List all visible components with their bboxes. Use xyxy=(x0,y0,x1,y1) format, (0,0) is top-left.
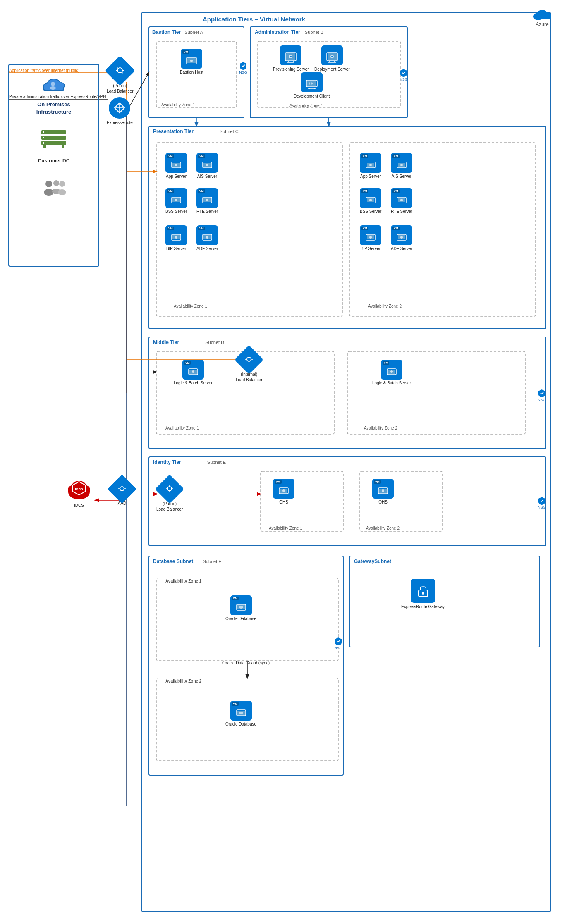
diagram-container: Azure Application Tiers – Virtual Networ… xyxy=(0,0,567,924)
svg-point-131 xyxy=(247,357,251,361)
svg-point-112 xyxy=(206,236,208,239)
idcs-icon: IDCS IDCS xyxy=(66,478,92,508)
svg-rect-49 xyxy=(41,130,66,134)
svg-point-166 xyxy=(239,606,243,609)
admin-az1-label: Availability Zone 1 xyxy=(289,103,323,108)
svg-rect-50 xyxy=(43,131,44,133)
pres-az2-ais-server: VM AIS Server xyxy=(391,153,412,179)
gateway-subnet-title: GatewaySubnet xyxy=(351,557,395,566)
customer-dc-label: Customer DC xyxy=(38,158,70,164)
svg-point-127 xyxy=(369,236,372,239)
azure-label: Azure xyxy=(532,5,553,27)
svg-point-47 xyxy=(51,82,55,86)
svg-rect-5 xyxy=(149,457,546,546)
pres-az2-app-server: VM App Server xyxy=(360,153,381,179)
identity-az2-ohs: VM OHS xyxy=(372,479,394,504)
identity-tier-title: Identity Tier Subnet E xyxy=(150,458,229,467)
expressroute-icon: ExpressRoute xyxy=(107,97,133,125)
svg-point-115 xyxy=(369,164,372,166)
svg-point-48 xyxy=(50,86,56,90)
bastion-host-vm: VM Bastion Host xyxy=(180,49,203,74)
svg-point-100 xyxy=(206,164,208,166)
svg-point-163 xyxy=(382,489,384,492)
svg-rect-4 xyxy=(149,337,546,449)
pres-az1-bss-server: VM BSS Server xyxy=(165,188,187,214)
svg-point-97 xyxy=(175,164,177,166)
data-guard-label: Oracle Data Guard (sync) xyxy=(221,661,271,665)
nsg-identity: NSG xyxy=(538,496,546,509)
svg-point-59 xyxy=(53,180,59,186)
oracle-db-az2: VM Oracle Database xyxy=(225,701,256,726)
svg-point-160 xyxy=(282,489,285,492)
svg-point-58 xyxy=(44,189,54,196)
svg-rect-56 xyxy=(62,145,64,148)
svg-point-86 xyxy=(331,56,333,57)
admin-tier-title: Administration Tier Subnet B xyxy=(251,27,327,38)
on-premises-cloud-icon xyxy=(41,73,66,93)
internal-lb-icon: (Internal)Load Balancer xyxy=(236,349,263,382)
middle-az2-label: Availability Zone 2 xyxy=(364,426,397,430)
svg-point-169 xyxy=(239,712,243,714)
pres-az1-bip-server: VM BIP Server xyxy=(165,225,187,251)
nsg-bastion: NSG xyxy=(239,61,247,74)
provisioning-server-vm: Provisioning Server xyxy=(273,45,309,72)
pres-az1-app-server: VM App Server xyxy=(165,153,187,179)
svg-line-69 xyxy=(122,72,123,73)
svg-text:IDCS: IDCS xyxy=(75,487,83,491)
pres-az2-label: Availability Zone 2 xyxy=(368,304,402,308)
azure-text: Azure xyxy=(536,21,548,27)
oracle-db-az1: VM Oracle Database xyxy=(225,595,256,621)
svg-point-109 xyxy=(175,236,177,239)
bastion-tier-title: Bastion Tier Subnet A xyxy=(149,27,206,38)
svg-point-62 xyxy=(58,189,66,195)
svg-rect-53 xyxy=(41,141,66,145)
svg-rect-6 xyxy=(149,556,343,775)
identity-az2-label: Availability Zone 2 xyxy=(366,526,400,530)
svg-point-106 xyxy=(206,199,208,201)
pres-az2-adf-server: VM ADF Server xyxy=(391,225,412,251)
database-tier-title: Database Subnet Subnet F xyxy=(150,557,225,566)
development-client-vm: Development Client xyxy=(294,72,330,99)
svg-point-75 xyxy=(190,60,193,62)
pres-az2-rte-server: VM RTE Server xyxy=(391,188,412,214)
pres-az1-rte-server: VM RTE Server xyxy=(196,188,218,214)
db-az2-label: Availability Zone 2 xyxy=(165,679,201,683)
svg-point-130 xyxy=(400,236,403,239)
svg-rect-51 xyxy=(41,136,66,140)
pres-az1-adf-server: VM ADF Server xyxy=(196,225,218,251)
identity-az1-ohs: VM OHS xyxy=(273,479,294,504)
private-traffic-label: Private administration traffic over Expr… xyxy=(9,94,106,99)
pres-az2-bip-server: VM BIP Server xyxy=(360,225,381,251)
svg-point-57 xyxy=(45,181,52,187)
svg-rect-52 xyxy=(43,137,44,138)
pres-az1-label: Availability Zone 1 xyxy=(174,304,207,308)
svg-point-124 xyxy=(400,199,403,201)
pres-az2-bss-server: VM BSS Server xyxy=(360,188,381,214)
svg-point-103 xyxy=(175,199,177,201)
identity-az1-label: Availability Zone 1 xyxy=(269,526,302,530)
app-tiers-title: Application Tiers – Virtual Network xyxy=(203,16,305,23)
expressroute-gateway-icon: ExpressRoute Gateway xyxy=(401,579,445,609)
expressroute-label: ExpressRoute xyxy=(107,120,133,125)
aad-icon: AAD xyxy=(112,479,132,506)
public-lb-icon: (Public)Load Balancer xyxy=(107,60,134,94)
svg-rect-38 xyxy=(534,16,551,19)
middle-az1-server: VM Logic & Batch Server xyxy=(174,360,213,385)
svg-point-141 xyxy=(390,370,393,373)
nsg-admin: NSG xyxy=(400,68,408,81)
middle-az2-server: VM Logic & Batch Server xyxy=(372,360,411,385)
identity-lb-icon: (Public)Load Balancer xyxy=(156,479,183,512)
svg-point-121 xyxy=(369,199,372,201)
presentation-tier-title: Presentation Tier Subnet C xyxy=(150,127,242,136)
svg-point-153 xyxy=(167,487,172,491)
svg-point-138 xyxy=(192,370,194,373)
nsg-database: NSG xyxy=(334,637,342,650)
svg-point-61 xyxy=(59,181,65,187)
people-icon xyxy=(41,178,67,198)
svg-point-79 xyxy=(290,56,292,57)
svg-rect-54 xyxy=(43,142,44,144)
svg-point-148 xyxy=(120,487,124,491)
internet-traffic-label: Application traffic over internet (publi… xyxy=(9,68,79,73)
bastion-az1-label: Availability Zone 1 xyxy=(161,103,195,107)
customer-dc-icon xyxy=(39,128,68,150)
